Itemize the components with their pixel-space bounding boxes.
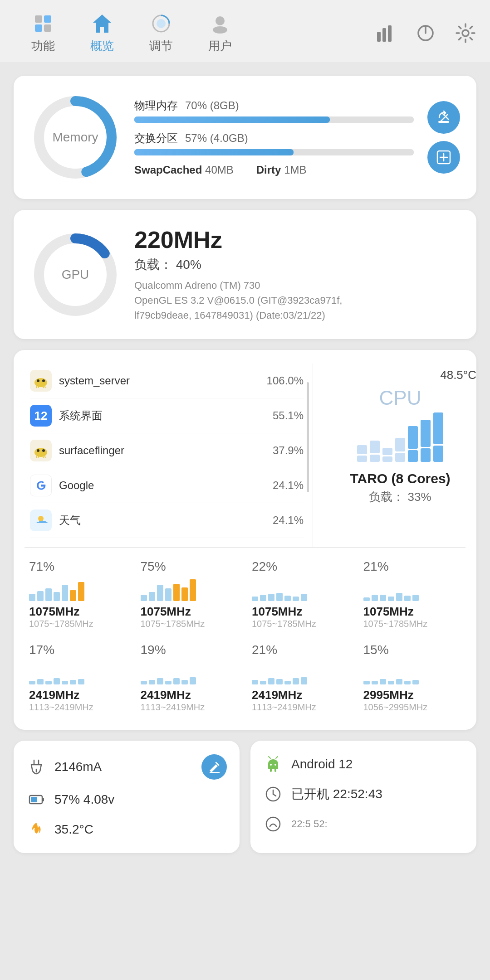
home-icon [90, 12, 114, 35]
svg-point-6 [216, 16, 225, 25]
process-item-google: Google 24.1% [30, 468, 304, 503]
swap-memory-bar-bg [134, 149, 414, 155]
user-icon [208, 12, 232, 35]
bar-chart-icon[interactable] [375, 22, 397, 44]
process-item-system-server: system_server 106.0% [30, 364, 304, 398]
core-3-bars [363, 577, 419, 601]
nav-item-features[interactable]: 功能 [14, 8, 73, 58]
temp-value: 35.2°C [54, 822, 227, 837]
battery-icon [26, 790, 46, 810]
svg-line-38 [273, 794, 276, 796]
process-name-surfaceflinger: surfaceflinger [59, 444, 260, 457]
nav-item-user[interactable]: 用户 [191, 8, 250, 58]
cpu-bar-chart [357, 417, 443, 462]
edit-current-button[interactable] [201, 754, 227, 780]
physical-memory-bar-bg [134, 116, 414, 123]
svg-point-23 [34, 448, 47, 457]
cpu-bar-4 [395, 438, 405, 462]
bottom-right-card: Android 12 已开机 22:52:43 [250, 741, 476, 853]
nav-item-adjust[interactable]: 调节 [132, 8, 191, 58]
process-name-google: Google [59, 479, 260, 492]
gpu-frequency: 220MHz [134, 226, 460, 253]
clock-icon [263, 784, 283, 804]
uptime-value: 已开机 22:52:43 [291, 786, 464, 803]
swap-memory-bar-fill [134, 149, 294, 155]
cpu-bar-3 [382, 448, 392, 462]
svg-rect-3 [44, 24, 51, 32]
svg-point-24 [37, 449, 39, 452]
process-item-surfaceflinger: surfaceflinger 37.9% [30, 433, 304, 468]
svg-point-33 [274, 764, 276, 766]
current-value: 2146mA [54, 760, 193, 774]
android-version-item: Android 12 [263, 754, 464, 774]
core-4: 17% 2419MHz 1113~2419MHz [24, 638, 132, 717]
core-5: 19% 2419MHz 1113~2419MHz [136, 638, 243, 717]
svg-point-20 [34, 378, 47, 387]
gpu-detail-info: Qualcomm Adreno (TM) 730 OpenGL ES 3.2 V… [134, 278, 460, 323]
svg-rect-0 [35, 15, 42, 23]
process-name-weather: 天气 [59, 513, 260, 528]
svg-point-13 [462, 30, 469, 36]
cpu-bar-7 [433, 412, 443, 462]
battery-item: 57% 4.08v [26, 790, 227, 810]
memory-card: Memory 物理内存 70% (8GB) 交换分区 57% (4.0GB) [14, 76, 476, 199]
uptime-item: 已开机 22:52:43 [263, 784, 464, 804]
core-3: 21% 1075MHz 1075~1785MHz [359, 555, 466, 634]
process-icon-android12: 12 [30, 405, 52, 427]
cpu-bar-2 [370, 441, 380, 462]
core-4-bars [29, 660, 84, 684]
memory-extra-stats: SwapCached 40MB Dirty 1MB [134, 164, 414, 176]
sliders-icon [149, 12, 173, 35]
core-1-bars [141, 577, 196, 601]
power-icon[interactable] [415, 22, 436, 44]
memory-action-buttons [427, 101, 460, 174]
process-pct-google: 24.1% [267, 479, 304, 492]
svg-point-22 [42, 379, 45, 382]
svg-rect-2 [35, 24, 42, 32]
process-pct-weather: 24.1% [267, 514, 304, 527]
process-icon-linux [30, 370, 52, 392]
nav-left-items: 功能 概览 调节 [14, 8, 250, 58]
svg-point-5 [157, 19, 166, 28]
cpu-label: CPU [379, 387, 421, 409]
memory-expand-button[interactable] [427, 141, 460, 174]
scroll-indicator [307, 382, 309, 492]
visit-sceno-item: 22:5 52: [263, 814, 464, 834]
bottom-left-card: 2146mA 57% 4.08v [14, 741, 240, 853]
settings-icon[interactable] [455, 22, 476, 44]
process-icon-linux2 [30, 440, 52, 461]
power-plug-icon [26, 757, 46, 777]
process-pct-surfaceflinger: 37.9% [267, 444, 304, 457]
svg-line-35 [276, 757, 278, 758]
gpu-info: 220MHz 负载： 40% Qualcomm Adreno (TM) 730 … [134, 226, 460, 323]
physical-memory-row: 物理内存 70% (8GB) [134, 98, 414, 123]
memory-clean-button[interactable] [427, 101, 460, 134]
main-content: Memory 物理内存 70% (8GB) 交换分区 57% (4.0GB) [0, 62, 490, 867]
cpu-load: 负载： 33% [369, 489, 431, 505]
gpu-load: 负载： 40% [134, 256, 460, 273]
nav-label-adjust: 调节 [149, 38, 173, 54]
core-2: 22% 1075MHz 1075~1785MHz [247, 555, 354, 634]
nav-item-overview[interactable]: 概览 [73, 8, 132, 58]
dirty-stat: Dirty 1MB [256, 164, 307, 176]
svg-rect-1 [44, 15, 51, 23]
core-5-bars [141, 660, 196, 684]
memory-donut-label: Memory [52, 130, 98, 145]
gpu-card: GPU 220MHz 负载： 40% Qualcomm Adreno (TM) … [14, 210, 476, 339]
cpu-bar-6 [421, 420, 431, 462]
visit-value: 22:5 52: [291, 818, 464, 830]
flame-icon [26, 820, 46, 839]
memory-info: 物理内存 70% (8GB) 交换分区 57% (4.0GB) SwapCa [134, 98, 414, 176]
process-list: system_server 106.0% 12 系统界面 55.1% [14, 364, 313, 547]
time-icon [263, 814, 283, 834]
core-0-bars [29, 577, 84, 601]
battery-value: 57% 4.08v [54, 792, 227, 807]
cpu-cores-grid: 71% 1075MHz 1075~1785MHz 75% [14, 548, 476, 730]
process-item-system-ui: 12 系统界面 55.1% [30, 398, 304, 433]
svg-point-21 [37, 379, 39, 382]
svg-rect-8 [377, 32, 381, 42]
svg-rect-31 [31, 797, 37, 802]
cpu-bar-1 [357, 445, 367, 462]
process-icon-weather [30, 509, 52, 531]
svg-rect-9 [382, 28, 386, 42]
